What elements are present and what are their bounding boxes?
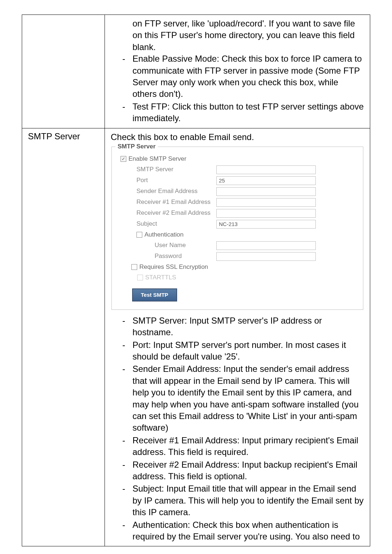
ssl-label: Requires SSL Encryption — [139, 263, 208, 271]
starttls-checkbox — [137, 275, 143, 280]
row2-intro: Check this box to enable Email send. — [111, 131, 364, 143]
row2-left: SMTP Server — [22, 128, 105, 546]
bullet-recv1: Receiver #1 Email Address: Input primary… — [122, 435, 364, 458]
row2-right: Check this box to enable Email send. SMT… — [105, 128, 370, 546]
test-smtp-button[interactable]: Test SMTP — [132, 288, 177, 301]
row1-bullet-passive: Enable Passive Mode: Check this box to f… — [122, 53, 364, 100]
bullet-port: Port: Input SMTP server's port number. I… — [122, 339, 364, 363]
enable-smtp-row[interactable]: ✓ Enable SMTP Server — [121, 155, 356, 163]
ssl-checkbox[interactable] — [131, 264, 137, 270]
auth-checkbox[interactable] — [136, 232, 142, 238]
page-number: 48 — [22, 546, 370, 554]
recv2-label: Receiver #2 Email Address — [136, 209, 216, 217]
doc-table: on FTP server, like 'upload/record'. If … — [22, 15, 370, 546]
port-input[interactable]: 25 — [216, 176, 316, 185]
recv2-input[interactable] — [216, 209, 316, 218]
recv1-input[interactable] — [216, 198, 316, 207]
bullet-smtp-server: SMTP Server: Input SMTP server's IP addr… — [122, 315, 364, 338]
pass-label: Password — [155, 252, 216, 260]
recv1-label: Receiver #1 Email Address — [136, 198, 216, 206]
row1-continuation: on FTP server, like 'upload/record'. If … — [132, 18, 364, 53]
bullet-sender: Sender Email Address: Input the sender's… — [122, 363, 364, 434]
bullet-recv2: Receiver #2 Email Address: Input backup … — [122, 459, 364, 483]
starttls-label: STARTTLS — [145, 274, 176, 282]
bullet-subject: Subject: Input Email title that will app… — [122, 483, 364, 518]
row1-bullet-testftp: Test FTP: Click this button to test FTP … — [122, 101, 364, 124]
smtp-server-label: SMTP Server — [136, 165, 216, 174]
auth-label: Authentication — [144, 231, 184, 239]
subject-input[interactable]: NC-213 — [216, 220, 316, 229]
auth-row[interactable]: Authentication — [136, 231, 356, 239]
smtp-server-input[interactable] — [216, 165, 316, 174]
starttls-row: STARTTLS — [137, 274, 356, 282]
user-label: User Name — [155, 241, 216, 250]
row1-left — [22, 15, 105, 128]
user-input[interactable] — [216, 241, 316, 250]
enable-smtp-label: Enable SMTP Server — [128, 155, 186, 163]
ssl-row[interactable]: Requires SSL Encryption — [131, 263, 356, 271]
pass-input[interactable] — [216, 252, 316, 261]
subject-label: Subject — [136, 220, 216, 228]
smtp-legend: SMTP Server — [115, 143, 158, 151]
sender-input[interactable] — [216, 187, 316, 196]
bullet-auth: Authentication: Check this box when auth… — [122, 519, 364, 543]
enable-smtp-checkbox[interactable]: ✓ — [121, 156, 126, 162]
smtp-panel: SMTP Server ✓ Enable SMTP Server SMTP Se… — [111, 147, 363, 310]
port-label: Port — [136, 176, 216, 185]
sender-label: Sender Email Address — [136, 187, 216, 196]
row1-right: on FTP server, like 'upload/record'. If … — [105, 15, 370, 128]
